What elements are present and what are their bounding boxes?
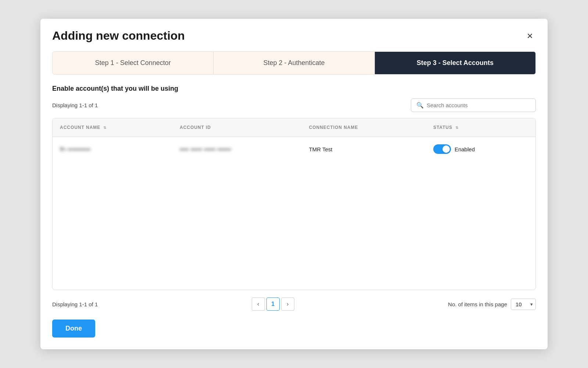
search-box: 🔍	[411, 98, 536, 112]
items-per-page-container: No. of items in this page 10 25 50 100	[448, 299, 536, 310]
close-button[interactable]: ×	[524, 29, 536, 43]
table-row: T• •••••••••• •••• ••••• ••••• •••••• TM…	[53, 137, 535, 162]
status-label: Enabled	[455, 146, 475, 152]
items-select-wrap: 10 25 50 100	[511, 299, 536, 310]
prev-page-button[interactable]: ‹	[252, 297, 265, 311]
cell-connection-name: TMR Test	[302, 137, 426, 162]
pagination-row: Displaying 1-1 of 1 ‹ 1 › No. of items i…	[52, 297, 536, 311]
status-toggle-container: Enabled	[433, 144, 528, 154]
modal-title: Adding new connection	[52, 29, 185, 43]
toolbar: Displaying 1-1 of 1 🔍	[52, 98, 536, 112]
steps-bar: Step 1 - Select Connector Step 2 - Authe…	[52, 51, 536, 75]
search-input[interactable]	[427, 102, 530, 108]
cell-status: Enabled	[426, 137, 535, 162]
search-icon: 🔍	[416, 102, 424, 109]
page-1-button[interactable]: 1	[266, 297, 280, 311]
col-connection-name: CONNECTION NAME	[302, 118, 426, 137]
table-container: ACCOUNT NAME ⇅ ACCOUNT ID CONNECTION NAM…	[52, 118, 536, 290]
done-button[interactable]: Done	[52, 320, 95, 338]
display-count-top: Displaying 1-1 of 1	[52, 102, 98, 108]
col-status: STATUS ⇅	[426, 118, 535, 137]
next-page-button[interactable]: ›	[281, 297, 294, 311]
modal: Adding new connection × Step 1 - Select …	[40, 19, 548, 349]
account-id-value: •••• ••••• ••••• ••••••	[180, 146, 232, 152]
display-count-bottom: Displaying 1-1 of 1	[52, 301, 98, 307]
items-per-page-label: No. of items in this page	[448, 301, 507, 307]
pagination-controls: ‹ 1 ›	[252, 297, 294, 311]
col-account-name: ACCOUNT NAME ⇅	[53, 118, 172, 137]
sort-icon-status: ⇅	[455, 126, 459, 130]
cell-account-name: T• ••••••••••	[53, 137, 172, 162]
account-name-value: T• ••••••••••	[60, 146, 91, 152]
modal-header: Adding new connection ×	[52, 29, 536, 43]
accounts-table: ACCOUNT NAME ⇅ ACCOUNT ID CONNECTION NAM…	[53, 118, 535, 161]
sort-icon-account-name: ⇅	[103, 126, 107, 130]
step1-tab[interactable]: Step 1 - Select Connector	[53, 52, 214, 74]
items-per-page-select[interactable]: 10 25 50 100	[511, 299, 536, 310]
section-title: Enable account(s) that you will be using	[52, 85, 536, 93]
cell-account-id: •••• ••••• ••••• ••••••	[172, 137, 302, 162]
status-toggle[interactable]	[433, 144, 451, 154]
step3-tab[interactable]: Step 3 - Select Accounts	[375, 52, 535, 74]
step2-tab[interactable]: Step 2 - Authenticate	[214, 52, 374, 74]
col-account-id: ACCOUNT ID	[172, 118, 302, 137]
table-header-row: ACCOUNT NAME ⇅ ACCOUNT ID CONNECTION NAM…	[53, 118, 535, 137]
